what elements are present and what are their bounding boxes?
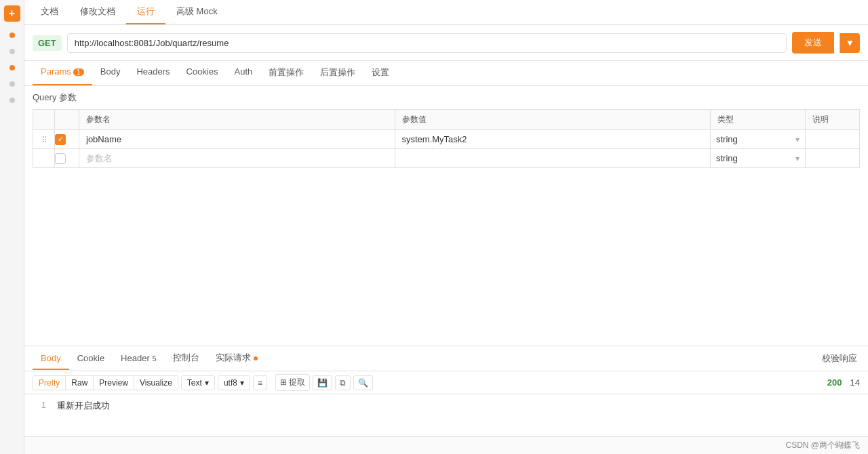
text-format-select[interactable]: Text ▾ — [181, 375, 215, 390]
validate-response-label[interactable]: 校验响应 — [819, 347, 860, 370]
row1-param-name[interactable] — [79, 130, 395, 149]
tab-settings[interactable]: 设置 — [363, 61, 397, 85]
params-table: 参数名 参数值 类型 说明 ⠿ — [33, 109, 860, 168]
encoding-dropdown-arrow: ▾ — [240, 378, 244, 388]
param-desc-input-2[interactable] — [806, 149, 859, 167]
url-bar: GET 发送 ▼ — [24, 25, 868, 61]
response-time: 14 — [850, 377, 860, 388]
col-desc: 说明 — [806, 110, 860, 130]
table-row: string ▾ — [33, 149, 860, 168]
col-type: 类型 — [711, 110, 806, 130]
resp-tab-cookie[interactable]: Cookie — [69, 348, 113, 370]
bottom-bar: CSDN @两个蝴蝶飞 — [24, 436, 868, 454]
wrap-lines-button[interactable]: ≡ — [253, 375, 267, 390]
sidebar: + — [0, 0, 24, 454]
http-method: GET — [33, 35, 62, 51]
row1-type[interactable]: string ▾ — [711, 130, 806, 149]
extract-button[interactable]: ⊞ 提取 — [275, 374, 310, 391]
sidebar-dot-1 — [9, 33, 15, 38]
row2-param-value[interactable] — [395, 149, 711, 168]
pretty-button[interactable]: Pretty — [33, 376, 66, 390]
encoding-select[interactable]: utf8 ▾ — [218, 375, 250, 390]
query-params-label: Query 参数 — [33, 91, 860, 104]
param-name-input[interactable] — [79, 130, 395, 148]
checkbox-unchecked[interactable] — [55, 153, 66, 164]
resp-tab-header[interactable]: Header 5 — [113, 348, 164, 370]
preview-button[interactable]: Preview — [94, 376, 134, 390]
sidebar-dot-2 — [9, 49, 15, 54]
table-row: ⠿ string ▾ — [33, 130, 860, 149]
status-area: 200 14 — [827, 377, 860, 388]
attribution-label: CSDN @两个蝴蝶飞 — [785, 440, 860, 451]
param-desc-input[interactable] — [806, 130, 859, 148]
tab-docs[interactable]: 文档 — [30, 0, 69, 24]
response-line: 1 重新开启成功 — [33, 400, 860, 412]
row1-checkbox[interactable] — [55, 130, 79, 149]
drag-handle-2 — [33, 149, 55, 168]
tab-edit-docs[interactable]: 修改文档 — [69, 0, 126, 24]
line-number: 1 — [33, 400, 46, 412]
copy-button[interactable]: ⧉ — [335, 375, 351, 390]
status-code: 200 — [827, 377, 842, 388]
tab-advanced-mock[interactable]: 高级 Mock — [165, 0, 229, 24]
response-section: Body Cookie Header 5 控制台 实际请求 校验响应 Prett… — [24, 346, 868, 454]
row2-checkbox[interactable] — [55, 149, 79, 168]
tab-body[interactable]: Body — [92, 61, 129, 85]
row1-param-value[interactable] — [395, 130, 711, 149]
url-input[interactable] — [67, 33, 787, 53]
top-navigation: 文档 修改文档 运行 高级 Mock — [24, 0, 868, 25]
sidebar-dot-4 — [9, 81, 15, 87]
request-tabs: Params1 Body Headers Cookies Auth 前置操作 后… — [24, 61, 868, 86]
resp-tab-console[interactable]: 控制台 — [165, 346, 208, 371]
text-dropdown-arrow: ▾ — [205, 378, 209, 388]
row2-desc[interactable] — [806, 149, 860, 168]
param-name-input-2[interactable] — [79, 149, 395, 167]
send-button[interactable]: 发送 — [792, 32, 834, 54]
param-value-input[interactable] — [395, 130, 711, 148]
format-bar: Pretty Raw Preview Visualize Text ▾ utf8… — [24, 371, 868, 394]
visualize-button[interactable]: Visualize — [134, 376, 178, 390]
sidebar-dot-3 — [9, 65, 15, 70]
col-param-value: 参数值 — [395, 110, 711, 130]
response-tabs: Body Cookie Header 5 控制台 实际请求 校验响应 — [24, 346, 868, 371]
drag-handle[interactable]: ⠿ — [33, 130, 55, 149]
sidebar-dot-5 — [9, 98, 15, 103]
tab-auth[interactable]: Auth — [226, 61, 261, 85]
type-dropdown-arrow-2[interactable]: ▾ — [795, 154, 800, 163]
raw-button[interactable]: Raw — [66, 376, 94, 390]
save-button[interactable]: 💾 — [313, 375, 332, 390]
type-dropdown-arrow[interactable]: ▾ — [795, 135, 800, 144]
tab-pre-action[interactable]: 前置操作 — [260, 61, 312, 85]
row1-desc[interactable] — [806, 130, 860, 149]
col-drag — [33, 110, 55, 130]
tab-params[interactable]: Params1 — [33, 61, 92, 85]
tab-cookies[interactable]: Cookies — [178, 61, 226, 85]
row2-param-name[interactable] — [79, 149, 395, 168]
dot-badge — [254, 356, 258, 360]
col-check — [55, 110, 79, 130]
send-dropdown-button[interactable]: ▼ — [840, 33, 860, 53]
tab-post-action[interactable]: 后置操作 — [312, 61, 363, 85]
checkbox-checked[interactable] — [55, 134, 66, 145]
resp-tab-body[interactable]: Body — [33, 348, 69, 370]
param-value-input-2[interactable] — [395, 149, 711, 167]
col-param-name: 参数名 — [79, 110, 395, 130]
add-button[interactable]: + — [4, 5, 20, 22]
response-body: 1 重新开启成功 — [24, 394, 868, 436]
format-button-group: Pretty Raw Preview Visualize — [33, 375, 178, 390]
params-section: Query 参数 参数名 参数值 类型 说明 ⠿ — [24, 86, 868, 346]
tab-headers[interactable]: Headers — [128, 61, 178, 85]
row2-type[interactable]: string ▾ — [711, 149, 806, 168]
main-content: 文档 修改文档 运行 高级 Mock GET 发送 ▼ Params1 Body… — [24, 0, 868, 454]
tab-run[interactable]: 运行 — [126, 0, 165, 24]
response-content: 重新开启成功 — [57, 400, 110, 412]
resp-tab-actual-request[interactable]: 实际请求 — [208, 346, 266, 371]
search-button[interactable]: 🔍 — [353, 375, 373, 390]
